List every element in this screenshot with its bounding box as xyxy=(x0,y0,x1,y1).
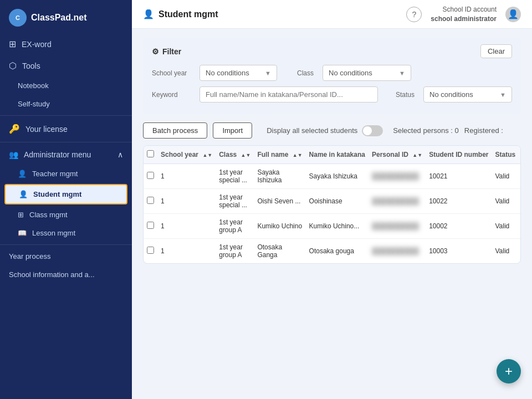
status-dropdown[interactable]: No conditions ▼ xyxy=(423,86,512,103)
sidebar-item-lesson-mgmt[interactable]: 📖 Lesson mgmt xyxy=(0,224,132,242)
school-year-sort[interactable]: ▲▼ xyxy=(202,153,212,158)
year-process-label: Year process xyxy=(9,252,50,260)
student-table-body: 1 1st year special ... Sayaka Ishizuka S… xyxy=(144,164,520,264)
row-full-name: Oishi Seven ... xyxy=(254,189,305,214)
exword-label: EX-word xyxy=(22,40,52,49)
license-label: Your license xyxy=(25,125,68,134)
sidebar-item-selfstudy[interactable]: Self-study xyxy=(0,95,132,113)
teacher-mgmt-icon: 👤 xyxy=(18,170,27,178)
sidebar-item-teacher-mgmt[interactable]: 👤 Teacher mgmt xyxy=(0,165,132,183)
row-name-katakana: Kumiko Uchino... xyxy=(306,214,369,239)
sidebar-item-notebook[interactable]: Notebook xyxy=(0,76,132,95)
row-checkbox-cell[interactable] xyxy=(144,164,157,189)
th-full-name[interactable]: Full name ▲▼ xyxy=(254,146,305,164)
add-student-button[interactable]: + xyxy=(497,359,521,383)
table-scroll[interactable]: School year ▲▼ Class ▲▼ Full name ▲▼ xyxy=(144,146,520,263)
status-label: Status xyxy=(387,91,415,99)
row-status: Valid xyxy=(492,189,520,214)
select-all-checkbox[interactable] xyxy=(147,150,154,157)
account-label: School ID account xyxy=(431,5,497,14)
school-year-dropdown[interactable]: No conditions ▼ xyxy=(200,65,277,81)
class-label: Class xyxy=(286,69,314,77)
collapse-icon: ∧ xyxy=(117,150,123,159)
th-school-year[interactable]: School year ▲▼ xyxy=(157,146,216,164)
row-checkbox[interactable] xyxy=(147,247,154,254)
class-mgmt-label: Class mgmt xyxy=(29,211,68,219)
class-dropdown[interactable]: No conditions ▼ xyxy=(323,65,411,81)
row-class: 1st year special ... xyxy=(216,164,254,189)
row-checkbox-cell[interactable] xyxy=(144,189,157,214)
sidebar-item-student-mgmt[interactable]: 👤 Student mgmt xyxy=(4,184,127,204)
batch-process-button[interactable]: Batch process xyxy=(143,122,207,139)
selfstudy-label: Self-study xyxy=(18,100,50,108)
selected-persons-info: Selected persons : 0 xyxy=(393,126,459,135)
student-mgmt-title-icon: 👤 xyxy=(143,9,154,19)
full-name-sort[interactable]: ▲▼ xyxy=(293,153,303,158)
sidebar-item-class-mgmt[interactable]: ⊞ Class mgmt xyxy=(0,206,132,224)
row-name-katakana: Sayaka Ishizuka xyxy=(306,164,369,189)
clear-button[interactable]: Clear xyxy=(480,44,512,58)
school-year-value: No conditions xyxy=(206,69,249,77)
filter-panel: ⚙ Filter Clear School year No conditions… xyxy=(143,38,521,115)
sidebar-item-exword[interactable]: ⊞ EX-word xyxy=(0,33,132,55)
logo-text: ClassPad.net xyxy=(31,13,86,23)
sidebar-item-tools[interactable]: ⬡ Tools xyxy=(0,55,132,76)
row-school-year: 1 xyxy=(157,239,216,264)
import-button[interactable]: Import xyxy=(213,122,252,139)
status-arrow: ▼ xyxy=(500,91,506,98)
sidebar-item-school-info[interactable]: School information and a... xyxy=(0,265,132,284)
admin-menu-header[interactable]: 👥 Administrator menu ∧ xyxy=(0,145,132,165)
row-checkbox-cell[interactable] xyxy=(144,214,157,239)
account-avatar[interactable]: 👤 xyxy=(505,7,521,22)
page-title: 👤 Student mgmt xyxy=(143,9,218,19)
logo[interactable]: C ClassPad.net xyxy=(0,0,132,33)
row-checkbox[interactable] xyxy=(147,172,154,179)
table-row: 1 1st year group A Kumiko Uchino Kumiko … xyxy=(144,214,520,239)
row-student-id: 10022 xyxy=(426,189,492,214)
notebook-label: Notebook xyxy=(18,81,49,90)
table-header-row: School year ▲▼ Class ▲▼ Full name ▲▼ xyxy=(144,146,520,164)
page-title-text: Student mgmt xyxy=(158,9,218,19)
class-arrow: ▼ xyxy=(399,70,405,76)
divider-2 xyxy=(0,142,132,142)
row-school-year: 1 xyxy=(157,214,216,239)
filter-title: ⚙ Filter xyxy=(152,47,181,56)
row-status: Valid xyxy=(492,214,520,239)
table-row: 1 1st year special ... Sayaka Ishizuka S… xyxy=(144,164,520,189)
toggle-knob xyxy=(363,126,372,135)
display-toggle-group: Display all selected students xyxy=(267,125,383,136)
main-content: 👤 Student mgmt ? School ID account schoo… xyxy=(132,0,532,399)
personal-id-sort[interactable]: ▲▼ xyxy=(412,153,422,158)
row-checkbox[interactable] xyxy=(147,197,154,204)
student-table-container: School year ▲▼ Class ▲▼ Full name ▲▼ xyxy=(143,145,521,264)
th-class[interactable]: Class ▲▼ xyxy=(216,146,254,164)
class-sort[interactable]: ▲▼ xyxy=(241,153,251,158)
content-area: ⚙ Filter Clear School year No conditions… xyxy=(132,29,532,399)
row-checkbox-cell[interactable] xyxy=(144,239,157,264)
sidebar-item-year-process[interactable]: Year process xyxy=(0,247,132,265)
school-year-arrow: ▼ xyxy=(265,70,271,76)
license-icon: 🔑 xyxy=(9,124,20,134)
row-name-katakana: Otosaka gouga xyxy=(306,239,369,264)
table-row: 1 1st year group A Otosaka Ganga Otosaka… xyxy=(144,239,520,264)
th-status[interactable]: Status ▲▼ xyxy=(492,146,520,164)
display-toggle-switch[interactable] xyxy=(362,125,383,136)
keyword-input[interactable] xyxy=(200,86,378,103)
row-full-name: Otosaka Ganga xyxy=(254,239,305,264)
status-sort[interactable]: ▲▼ xyxy=(520,153,521,158)
row-status: Valid xyxy=(492,164,520,189)
help-button[interactable]: ? xyxy=(406,7,422,22)
row-student-id: 10002 xyxy=(426,214,492,239)
table-row: 1 1st year special ... Oishi Seven ... O… xyxy=(144,189,520,214)
row-school-year: 1 xyxy=(157,164,216,189)
keyword-label: Keyword xyxy=(152,91,191,99)
th-personal-id[interactable]: Personal ID ▲▼ xyxy=(369,146,426,164)
sidebar-item-license[interactable]: 🔑 Your license xyxy=(0,118,132,140)
toolbar: Batch process Import Display all selecte… xyxy=(143,122,521,139)
row-name-katakana: Ooishinase xyxy=(306,189,369,214)
row-checkbox[interactable] xyxy=(147,222,154,229)
row-student-id: 10003 xyxy=(426,239,492,264)
row-full-name: Kumiko Uchino xyxy=(254,214,305,239)
registered-info: Registered : xyxy=(464,126,503,135)
th-select-all[interactable] xyxy=(144,146,157,164)
